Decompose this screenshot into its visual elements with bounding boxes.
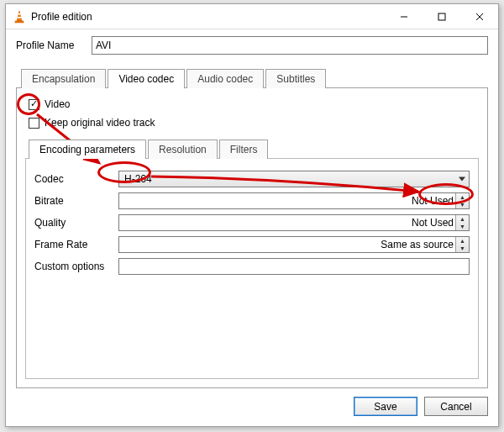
tab-video-codec[interactable]: Video codec [108,69,185,88]
annotation-arrows [0,0,504,432]
tab-encoding-parameters[interactable]: Encoding parameters [29,140,146,159]
